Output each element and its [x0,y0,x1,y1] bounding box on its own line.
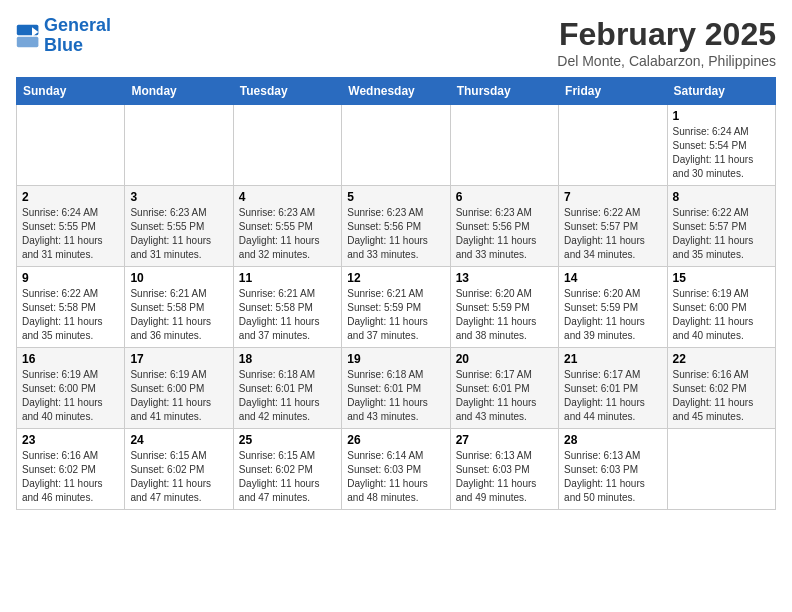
day-number: 8 [673,190,770,204]
calendar-cell: 7Sunrise: 6:22 AM Sunset: 5:57 PM Daylig… [559,186,667,267]
header-thursday: Thursday [450,78,558,105]
day-number: 26 [347,433,444,447]
calendar-cell: 28Sunrise: 6:13 AM Sunset: 6:03 PM Dayli… [559,429,667,510]
calendar-cell: 4Sunrise: 6:23 AM Sunset: 5:55 PM Daylig… [233,186,341,267]
day-number: 4 [239,190,336,204]
day-info: Sunrise: 6:18 AM Sunset: 6:01 PM Dayligh… [239,368,336,424]
day-number: 9 [22,271,119,285]
day-info: Sunrise: 6:17 AM Sunset: 6:01 PM Dayligh… [564,368,661,424]
logo-blue: Blue [44,35,83,55]
calendar-cell: 16Sunrise: 6:19 AM Sunset: 6:00 PM Dayli… [17,348,125,429]
day-info: Sunrise: 6:24 AM Sunset: 5:54 PM Dayligh… [673,125,770,181]
calendar-cell: 3Sunrise: 6:23 AM Sunset: 5:55 PM Daylig… [125,186,233,267]
calendar-cell: 26Sunrise: 6:14 AM Sunset: 6:03 PM Dayli… [342,429,450,510]
calendar-cell: 5Sunrise: 6:23 AM Sunset: 5:56 PM Daylig… [342,186,450,267]
day-info: Sunrise: 6:17 AM Sunset: 6:01 PM Dayligh… [456,368,553,424]
day-number: 15 [673,271,770,285]
day-number: 20 [456,352,553,366]
calendar-cell: 19Sunrise: 6:18 AM Sunset: 6:01 PM Dayli… [342,348,450,429]
day-number: 14 [564,271,661,285]
logo-icon [16,24,40,48]
calendar-cell: 23Sunrise: 6:16 AM Sunset: 6:02 PM Dayli… [17,429,125,510]
header-sunday: Sunday [17,78,125,105]
day-info: Sunrise: 6:23 AM Sunset: 5:55 PM Dayligh… [239,206,336,262]
calendar-cell [342,105,450,186]
day-info: Sunrise: 6:24 AM Sunset: 5:55 PM Dayligh… [22,206,119,262]
calendar-cell: 6Sunrise: 6:23 AM Sunset: 5:56 PM Daylig… [450,186,558,267]
calendar-cell: 27Sunrise: 6:13 AM Sunset: 6:03 PM Dayli… [450,429,558,510]
header-wednesday: Wednesday [342,78,450,105]
logo-text: GeneralBlue [44,16,111,56]
day-info: Sunrise: 6:20 AM Sunset: 5:59 PM Dayligh… [456,287,553,343]
calendar-cell: 18Sunrise: 6:18 AM Sunset: 6:01 PM Dayli… [233,348,341,429]
title-block: February 2025 Del Monte, Calabarzon, Phi… [557,16,776,69]
calendar-cell: 8Sunrise: 6:22 AM Sunset: 5:57 PM Daylig… [667,186,775,267]
calendar-table: SundayMondayTuesdayWednesdayThursdayFrid… [16,77,776,510]
day-number: 27 [456,433,553,447]
day-number: 10 [130,271,227,285]
calendar-cell: 2Sunrise: 6:24 AM Sunset: 5:55 PM Daylig… [17,186,125,267]
calendar-cell: 14Sunrise: 6:20 AM Sunset: 5:59 PM Dayli… [559,267,667,348]
day-number: 28 [564,433,661,447]
calendar-cell: 17Sunrise: 6:19 AM Sunset: 6:00 PM Dayli… [125,348,233,429]
calendar-cell: 22Sunrise: 6:16 AM Sunset: 6:02 PM Dayli… [667,348,775,429]
header-friday: Friday [559,78,667,105]
calendar-cell: 9Sunrise: 6:22 AM Sunset: 5:58 PM Daylig… [17,267,125,348]
calendar-header-row: SundayMondayTuesdayWednesdayThursdayFrid… [17,78,776,105]
header-saturday: Saturday [667,78,775,105]
week-row-1: 1Sunrise: 6:24 AM Sunset: 5:54 PM Daylig… [17,105,776,186]
calendar-cell [233,105,341,186]
day-info: Sunrise: 6:13 AM Sunset: 6:03 PM Dayligh… [564,449,661,505]
day-info: Sunrise: 6:14 AM Sunset: 6:03 PM Dayligh… [347,449,444,505]
calendar-cell: 11Sunrise: 6:21 AM Sunset: 5:58 PM Dayli… [233,267,341,348]
day-info: Sunrise: 6:23 AM Sunset: 5:56 PM Dayligh… [347,206,444,262]
calendar-cell [559,105,667,186]
header-monday: Monday [125,78,233,105]
day-number: 2 [22,190,119,204]
day-info: Sunrise: 6:22 AM Sunset: 5:58 PM Dayligh… [22,287,119,343]
week-row-4: 16Sunrise: 6:19 AM Sunset: 6:00 PM Dayli… [17,348,776,429]
calendar-cell: 13Sunrise: 6:20 AM Sunset: 5:59 PM Dayli… [450,267,558,348]
header-tuesday: Tuesday [233,78,341,105]
day-info: Sunrise: 6:21 AM Sunset: 5:58 PM Dayligh… [239,287,336,343]
calendar-cell: 24Sunrise: 6:15 AM Sunset: 6:02 PM Dayli… [125,429,233,510]
day-info: Sunrise: 6:19 AM Sunset: 6:00 PM Dayligh… [673,287,770,343]
calendar-cell: 10Sunrise: 6:21 AM Sunset: 5:58 PM Dayli… [125,267,233,348]
logo: GeneralBlue [16,16,111,56]
day-number: 1 [673,109,770,123]
day-number: 25 [239,433,336,447]
day-info: Sunrise: 6:13 AM Sunset: 6:03 PM Dayligh… [456,449,553,505]
day-info: Sunrise: 6:23 AM Sunset: 5:56 PM Dayligh… [456,206,553,262]
day-info: Sunrise: 6:18 AM Sunset: 6:01 PM Dayligh… [347,368,444,424]
day-number: 7 [564,190,661,204]
day-number: 22 [673,352,770,366]
calendar-cell: 12Sunrise: 6:21 AM Sunset: 5:59 PM Dayli… [342,267,450,348]
week-row-5: 23Sunrise: 6:16 AM Sunset: 6:02 PM Dayli… [17,429,776,510]
week-row-3: 9Sunrise: 6:22 AM Sunset: 5:58 PM Daylig… [17,267,776,348]
day-info: Sunrise: 6:22 AM Sunset: 5:57 PM Dayligh… [564,206,661,262]
svg-rect-1 [17,37,39,47]
day-number: 23 [22,433,119,447]
day-number: 21 [564,352,661,366]
day-number: 13 [456,271,553,285]
page-header: GeneralBlue February 2025 Del Monte, Cal… [16,16,776,69]
day-number: 17 [130,352,227,366]
day-number: 6 [456,190,553,204]
day-info: Sunrise: 6:19 AM Sunset: 6:00 PM Dayligh… [22,368,119,424]
day-info: Sunrise: 6:15 AM Sunset: 6:02 PM Dayligh… [239,449,336,505]
day-number: 19 [347,352,444,366]
day-info: Sunrise: 6:21 AM Sunset: 5:58 PM Dayligh… [130,287,227,343]
calendar-cell: 25Sunrise: 6:15 AM Sunset: 6:02 PM Dayli… [233,429,341,510]
day-info: Sunrise: 6:16 AM Sunset: 6:02 PM Dayligh… [673,368,770,424]
day-number: 12 [347,271,444,285]
calendar-cell: 15Sunrise: 6:19 AM Sunset: 6:00 PM Dayli… [667,267,775,348]
calendar-cell: 21Sunrise: 6:17 AM Sunset: 6:01 PM Dayli… [559,348,667,429]
day-number: 16 [22,352,119,366]
calendar-cell: 1Sunrise: 6:24 AM Sunset: 5:54 PM Daylig… [667,105,775,186]
day-number: 3 [130,190,227,204]
calendar-cell: 20Sunrise: 6:17 AM Sunset: 6:01 PM Dayli… [450,348,558,429]
day-info: Sunrise: 6:22 AM Sunset: 5:57 PM Dayligh… [673,206,770,262]
day-info: Sunrise: 6:15 AM Sunset: 6:02 PM Dayligh… [130,449,227,505]
day-number: 24 [130,433,227,447]
calendar-title: February 2025 [557,16,776,53]
